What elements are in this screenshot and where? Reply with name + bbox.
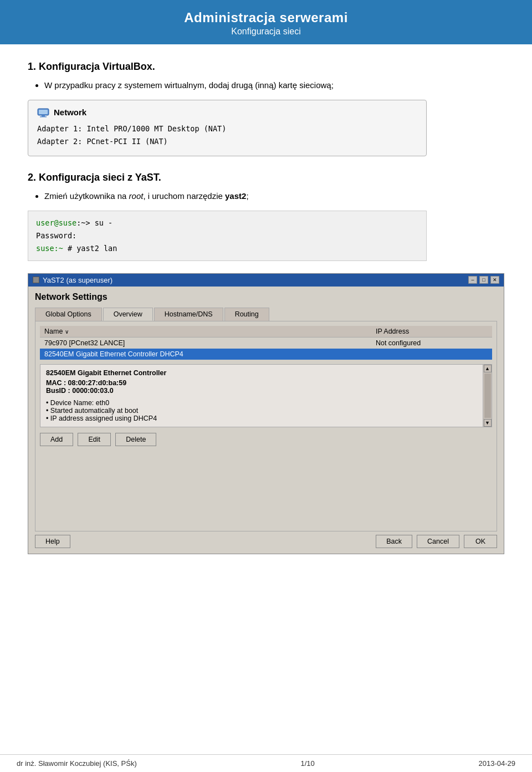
info-busid: BusID : 0000:00:03.0 [46,387,476,395]
network-icon [37,106,49,118]
col-name: Name ∨ [40,326,371,338]
row2-ip [371,349,492,360]
code-block: user@suse:~> su - Password: suse:~ # yas… [28,211,427,261]
code-line-1: user@suse:~> su - [36,217,418,229]
yast-window: YaST2 (as superuser) – □ ✕ Network Setti… [28,273,504,554]
code-prompt: suse:~ [36,244,63,253]
yast-title-text: YaST2 (as superuser) [43,276,112,284]
section-2: 2. Konfiguracja sieci z YaST. Zmień użyt… [28,172,504,261]
section-2-heading: 2. Konfiguracja sieci z YaST. [28,172,504,183]
yast-section-title: Network Settings [35,292,497,302]
header-subtitle: Konfiguracja sieci [11,27,521,37]
footer-center: 1/10 [300,759,314,768]
row2-name: 82540EM Gigabit Ethernet Controller DHCP… [40,349,371,360]
section-1: 1. Konfiguracja VirtualBox. W przypadku … [28,61,504,156]
edit-button[interactable]: Edit [78,433,111,446]
adapter2-text: Adapter 2: PCnet-PCI II (NAT) [37,135,417,148]
header-title: Administracja serwerami [11,10,521,25]
back-button[interactable]: Back [376,535,412,548]
yast-titlebar-controls[interactable]: – □ ✕ [468,276,499,284]
main-content: 1. Konfiguracja VirtualBox. W przypadku … [0,44,532,587]
yast-content-area: Name ∨ IP Address 79c970 [PCnet32 LANCE]… [35,321,497,531]
section-2-bullet-1: Zmień użytkownika na root, i uruchom nar… [44,191,504,201]
yast-body: Network Settings Global Options Overview… [28,287,504,554]
scroll-down-button[interactable]: ▼ [484,419,492,427]
yast-titlebar: YaST2 (as superuser) – □ ✕ [28,274,504,287]
info-title: 82540EM Gigabit Ethernet Controller [46,369,476,377]
section-1-bullets: W przypadku pracy z systemem wirtualnym,… [28,80,504,90]
tab-overview[interactable]: Overview [103,308,153,321]
ok-button[interactable]: OK [464,535,497,548]
help-button[interactable]: Help [35,535,70,548]
info-ip-dhcp: • IP address assigned using DHCP4 [46,415,476,422]
row1-ip: Not configured [371,337,492,349]
table-row[interactable]: 82540EM Gigabit Ethernet Controller DHCP… [40,349,492,360]
footer-right: 2013-04-29 [478,759,515,768]
info-scrollbar[interactable]: ▲ ▼ [483,365,492,427]
cancel-button[interactable]: Cancel [417,535,459,548]
sort-arrow: ∨ [65,329,69,335]
tab-routing[interactable]: Routing [224,308,269,321]
col-ip: IP Address [371,326,492,338]
tab-global-options[interactable]: Global Options [35,308,102,321]
page-footer: dr inż. Sławomir Koczubiej (KIS, PŚk) 1/… [0,754,532,772]
tab-hostname-dns[interactable]: Hostname/DNS [154,308,223,321]
svg-rect-3 [40,116,47,117]
network-box-body: Adapter 1: Intel PRO/1000 MT Desktop (NA… [37,122,417,148]
yast-info-box: 82540EM Gigabit Ethernet Controller MAC … [40,364,492,427]
section-1-heading: 1. Konfiguracja VirtualBox. [28,61,504,73]
action-buttons[interactable]: Add Edit Delete [40,433,492,446]
svg-rect-2 [42,115,45,116]
section-1-bullet-1: W przypadku pracy z systemem wirtualnym,… [44,80,504,90]
close-button[interactable]: ✕ [490,276,499,284]
code-line-3: suse:~ # yast2 lan [36,242,418,255]
network-box: Network Adapter 1: Intel PRO/1000 MT Des… [28,100,427,156]
network-box-title: Network [54,108,86,117]
yast-titlebar-left: YaST2 (as superuser) [33,276,112,284]
code-user: user@suse [36,218,76,227]
footer-left: dr inż. Sławomir Koczubiej (KIS, PŚk) [17,759,137,768]
scroll-thumb [484,374,491,418]
table-header-row: Name ∨ IP Address [40,326,492,338]
minimize-button[interactable]: – [468,276,477,284]
network-table: Name ∨ IP Address 79c970 [PCnet32 LANCE]… [40,326,492,360]
svg-rect-1 [39,110,48,114]
network-box-header: Network [37,106,417,118]
info-auto-start: • Started automatically at boot [46,407,476,415]
code-line-2: Password: [36,229,418,242]
section-2-bullets: Zmień użytkownika na root, i uruchom nar… [28,191,504,201]
info-device-name: • Device Name: eth0 [46,399,476,407]
add-button[interactable]: Add [40,433,73,446]
maximize-button[interactable]: □ [479,276,488,284]
table-row[interactable]: 79c970 [PCnet32 LANCE] Not configured [40,337,492,349]
adapter1-text: Adapter 1: Intel PRO/1000 MT Desktop (NA… [37,122,417,135]
page-header: Administracja serwerami Konfiguracja sie… [0,0,532,44]
dialog-buttons[interactable]: Help Back Cancel OK [35,535,497,548]
yast-tabs[interactable]: Global Options Overview Hostname/DNS Rou… [35,308,497,321]
delete-button[interactable]: Delete [115,433,156,446]
info-mac: MAC : 08:00:27:d0:ba:59 [46,379,476,387]
row1-name: 79c970 [PCnet32 LANCE] [40,337,371,349]
scroll-up-button[interactable]: ▲ [484,365,492,372]
yast-window-icon [33,277,39,283]
